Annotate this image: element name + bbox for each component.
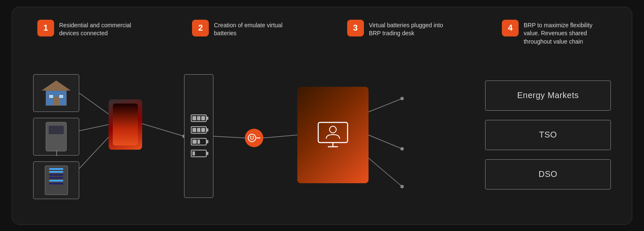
svg-point-20 bbox=[330, 126, 336, 133]
plug-svg bbox=[248, 133, 260, 143]
battery-icon-4 bbox=[191, 150, 207, 157]
devices-column bbox=[33, 74, 79, 199]
svg-line-0 bbox=[79, 93, 109, 114]
battery-column-box bbox=[184, 74, 213, 198]
outputs-column: Energy Markets TSO DSO bbox=[485, 80, 611, 189]
tso-label: TSO bbox=[539, 130, 557, 140]
svg-line-5 bbox=[213, 136, 245, 138]
step-1-label: Residential and commercial devices conne… bbox=[59, 20, 142, 38]
plug-icon bbox=[245, 129, 263, 147]
dso-box: DSO bbox=[485, 159, 611, 189]
svg-line-3 bbox=[142, 124, 184, 136]
phone-icon bbox=[113, 104, 138, 145]
tso-box: TSO bbox=[485, 120, 611, 150]
ev-charger-device-box bbox=[33, 118, 79, 156]
svg-point-15 bbox=[250, 136, 252, 137]
battery-icon-2 bbox=[191, 126, 207, 134]
house-device-box bbox=[33, 74, 79, 112]
svg-point-16 bbox=[253, 136, 254, 137]
svg-point-13 bbox=[248, 134, 256, 142]
ev-charger-icon bbox=[46, 122, 67, 151]
svg-line-1 bbox=[79, 125, 109, 131]
svg-line-8 bbox=[369, 135, 402, 149]
diagram-area: Energy Markets TSO DSO bbox=[33, 74, 611, 208]
svg-point-11 bbox=[400, 147, 404, 151]
step-4-badge: 4 bbox=[502, 20, 519, 36]
svg-point-10 bbox=[400, 97, 404, 100]
svg-line-6 bbox=[263, 135, 297, 138]
step-3-badge: 3 bbox=[347, 20, 364, 36]
svg-line-9 bbox=[369, 158, 402, 187]
energy-markets-box: Energy Markets bbox=[485, 80, 611, 111]
house-icon bbox=[42, 80, 71, 106]
energy-markets-label: Energy Markets bbox=[517, 91, 579, 100]
step-2: 2 Creation of emulate virtual batteries bbox=[192, 20, 297, 46]
step-2-badge: 2 bbox=[192, 20, 209, 36]
step-4-label: BRP to maximize flexibility value. Reven… bbox=[524, 20, 607, 46]
svg-line-2 bbox=[79, 136, 109, 169]
inverter-icon bbox=[45, 166, 68, 195]
brp-trading-desk-box bbox=[297, 87, 369, 183]
step-1-badge: 1 bbox=[37, 20, 54, 36]
step-1: 1 Residential and commercial devices con… bbox=[37, 20, 142, 46]
brp-monitor-icon bbox=[316, 120, 350, 150]
step-3-label: Virtual batteries plugged into BRP tradi… bbox=[369, 20, 452, 38]
svg-point-12 bbox=[400, 185, 404, 188]
svg-line-7 bbox=[369, 99, 402, 112]
diagram-container: 1 Residential and commercial devices con… bbox=[12, 7, 632, 225]
dso-label: DSO bbox=[539, 169, 558, 179]
steps-row: 1 Residential and commercial devices con… bbox=[37, 20, 607, 46]
step-4: 4 BRP to maximize flexibility value. Rev… bbox=[502, 20, 607, 46]
battery-icon-1 bbox=[191, 114, 207, 122]
inverter-device-box bbox=[33, 161, 79, 199]
plug-connector bbox=[245, 129, 263, 147]
gateway-box bbox=[109, 99, 142, 150]
step-3: 3 Virtual batteries plugged into BRP tra… bbox=[347, 20, 452, 46]
step-2-label: Creation of emulate virtual batteries bbox=[214, 20, 297, 38]
battery-icon-3 bbox=[191, 138, 207, 145]
